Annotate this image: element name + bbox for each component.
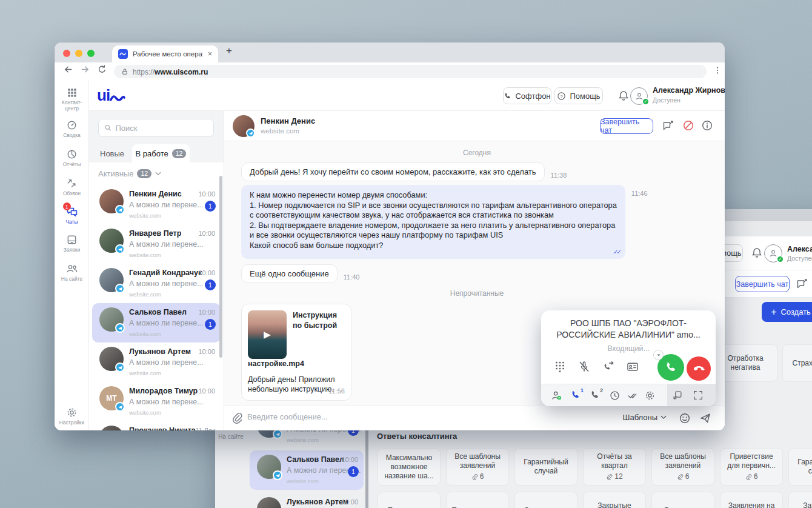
template-card[interactable]: Путевые листы xyxy=(446,492,509,508)
sidebar-item-chats[interactable]: 1 Чаты xyxy=(55,206,89,226)
template-card[interactable]: Страхование xyxy=(782,344,812,382)
tab-in-work[interactable]: В работе 12 xyxy=(132,144,190,162)
softphone-button[interactable]: Софтфон xyxy=(503,87,551,104)
softphone-settings-icon[interactable] xyxy=(644,390,656,401)
template-card[interactable]: Все шаблоны заявлений 6 xyxy=(651,448,714,486)
close-window-button[interactable] xyxy=(63,50,70,57)
template-card[interactable]: Приветствие xyxy=(378,492,441,508)
list-item[interactable]: Пенкин Денис 10:00 А можно ли перене... … xyxy=(92,185,221,224)
sidebar-item-tickets[interactable]: Заявки xyxy=(55,234,89,253)
bell-icon[interactable] xyxy=(617,90,630,102)
template-card[interactable]: Отчёты за квартал 12 xyxy=(583,448,646,486)
list-item[interactable]: Лукьянов Артем 10:00 А можно ли перене..… xyxy=(92,343,221,382)
bell-icon[interactable] xyxy=(751,247,763,259)
user-name: Александр Жирнов xyxy=(653,86,725,95)
contact-name: Пенкин Денис xyxy=(261,116,315,125)
transfer-call-icon[interactable] xyxy=(602,360,615,373)
template-card[interactable]: Приветствие для первичн... 6 xyxy=(720,448,783,486)
list-item-selected[interactable]: Сальков Павел 10:00 А можно ли перене...… xyxy=(92,303,221,343)
line-1-icon[interactable]: 1 xyxy=(570,390,581,402)
send-icon[interactable] xyxy=(699,412,711,424)
zoom-window-button[interactable] xyxy=(87,50,95,57)
fullscreen-icon[interactable] xyxy=(693,390,704,401)
help-button[interactable]: ? Помощь xyxy=(554,87,603,104)
operator-status-icon[interactable] xyxy=(551,390,562,401)
missed-calls-icon[interactable] xyxy=(627,390,638,401)
user-avatar[interactable]: ✓ xyxy=(630,87,648,105)
sidebar-item-summary[interactable]: Сводка xyxy=(55,119,89,139)
scrollbar[interactable] xyxy=(365,427,368,508)
back-icon[interactable] xyxy=(63,64,73,75)
list-item[interactable]: Генадий Кондрачук 10:00 А можно ли перен… xyxy=(92,264,221,303)
info-icon[interactable] xyxy=(701,119,713,132)
softphone-popup: РОО ШПБ ПАО "АЭРОФЛОТ- РОССИЙСКИЕ АВИАЛИ… xyxy=(541,310,716,406)
bg-finish-chat-button[interactable]: Завершить чат xyxy=(735,276,790,292)
chat-list-panel: Новые В работе 12 Активные 12 Пенкин Ден… xyxy=(89,111,224,430)
list-item-selected[interactable]: Сальков Павел 10:00 А можно ли перене...… xyxy=(250,450,364,490)
bg-user-avatar[interactable]: ✓ xyxy=(764,244,782,262)
template-card[interactable]: Гарантийный случай xyxy=(788,448,812,486)
chat-header: Пенкин Денис website.com Завершить чат xyxy=(224,111,725,141)
url-bar[interactable]: https://www.uiscom.ru xyxy=(114,65,707,78)
list-item[interactable]: Январев Петр 10:00 А можно ли перене... … xyxy=(92,224,221,264)
search-box[interactable] xyxy=(98,119,214,137)
line-2-icon[interactable]: 2 xyxy=(590,390,600,402)
sidebar-item-reports[interactable]: Отчёты xyxy=(55,149,89,168)
attachment-icon[interactable] xyxy=(231,412,243,424)
list-item[interactable]: МТ Милорадов Тимур 10:00 А можно ли пере… xyxy=(92,382,221,421)
template-card[interactable]: Страхование xyxy=(514,492,577,508)
template-card[interactable]: Закрытые заявки xyxy=(583,492,646,508)
bg-create-button[interactable]: + Создать xyxy=(762,302,812,322)
unread-badge: 1 xyxy=(205,279,216,290)
tab-new-chats[interactable]: Новые xyxy=(100,144,124,162)
search-input[interactable] xyxy=(115,124,208,133)
list-item[interactable]: Прокашев Никита 11 Дек xyxy=(92,421,221,430)
templates-dropdown[interactable]: Шаблоны xyxy=(623,413,667,422)
answer-options-icon[interactable] xyxy=(653,350,664,360)
outbound-arrows-icon xyxy=(66,178,78,189)
browser-tab[interactable]: Рабочее место оператора × xyxy=(112,45,218,62)
message-input[interactable] xyxy=(247,412,561,421)
uis-logo[interactable]: ui xyxy=(97,88,125,102)
contact-card-icon[interactable] xyxy=(626,360,639,373)
template-card[interactable]: Гарантийный случай xyxy=(514,448,577,486)
bg-create-label: Создать xyxy=(780,307,810,316)
sidebar-item-contact-center[interactable]: Контакт-центр xyxy=(55,87,89,112)
list-item[interactable]: Лукьянов Артем 10:00 xyxy=(250,493,364,508)
minimize-window-button[interactable] xyxy=(75,50,82,57)
template-card[interactable]: Закрытые заявки xyxy=(788,492,812,508)
call-history-icon[interactable] xyxy=(609,390,621,401)
chat-export-icon[interactable] xyxy=(662,119,674,132)
svg-text:?: ? xyxy=(561,93,563,99)
finish-chat-button[interactable]: Завершить чат xyxy=(600,118,653,134)
template-card[interactable]: Заявления на отсрочку xyxy=(720,492,783,508)
bg-sidebar-item-onsite[interactable]: На сайте xyxy=(215,433,247,440)
active-filter-dropdown[interactable]: Активные 12 xyxy=(98,167,161,180)
status-online-badge: ✓ xyxy=(776,255,784,263)
collapse-window-icon[interactable] xyxy=(672,390,683,401)
emoji-icon[interactable] xyxy=(679,412,691,424)
template-card[interactable]: Все шаблоны заявлений 6 xyxy=(446,448,509,486)
forward-icon[interactable] xyxy=(80,64,90,75)
sidebar-item-onsite[interactable]: На сайте xyxy=(55,262,89,282)
user-menu[interactable]: Александр Жирнов xyxy=(653,86,725,95)
reload-icon[interactable] xyxy=(97,64,107,75)
bg-chat-export-icon[interactable] xyxy=(796,278,808,290)
mute-microphone-icon[interactable] xyxy=(577,360,591,373)
close-tab-icon[interactable]: × xyxy=(208,50,212,58)
sidebar-item-settings[interactable]: Настройки xyxy=(55,407,89,426)
decline-call-button[interactable] xyxy=(687,356,711,381)
video-attachment[interactable]: ▶ Инструкция по быстрой настройке.mp4 До… xyxy=(241,304,351,401)
attachment-icon xyxy=(745,473,752,480)
dialpad-icon[interactable] xyxy=(553,360,567,373)
gear-icon xyxy=(66,407,78,418)
template-card[interactable]: Все заявки xyxy=(651,492,714,508)
scrollbar[interactable] xyxy=(219,176,222,358)
block-user-icon[interactable] xyxy=(682,119,694,132)
sidebar-item-dialer[interactable]: Обзвон xyxy=(55,178,89,197)
template-card[interactable]: Максимально возможное название ша... xyxy=(378,448,441,486)
play-icon[interactable]: ▶ xyxy=(264,329,271,340)
bg-user-name[interactable]: Александр Жирнов xyxy=(787,245,812,253)
new-tab-button[interactable]: + xyxy=(226,45,232,57)
browser-menu-icon[interactable] xyxy=(713,65,722,75)
